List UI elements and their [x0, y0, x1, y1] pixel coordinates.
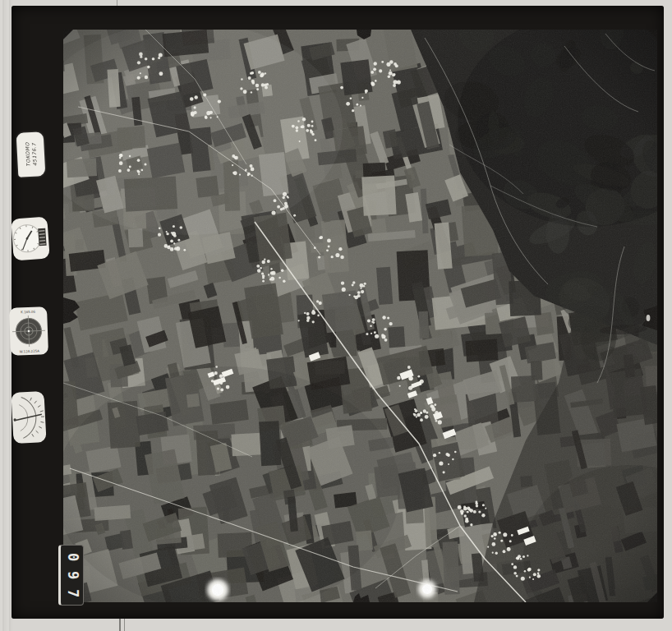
dial-bottom-text: W.12A.225A	[20, 349, 40, 354]
film-scratch	[117, 0, 117, 6]
level-dial-instrument: K.165.06 W.12A.225A	[8, 306, 49, 357]
film-scratch	[119, 619, 121, 631]
clock-face	[10, 214, 51, 262]
clock-instrument	[10, 214, 51, 262]
altimeter-face	[10, 390, 47, 444]
dial-top-text: K.165.06	[21, 310, 36, 315]
frame-counter-digit: 9	[63, 567, 81, 583]
frame-counter-digit: 0	[63, 549, 81, 565]
film-scratch	[124, 619, 125, 631]
aerial-photo-canvas	[63, 30, 657, 602]
frame-counter-digit: 7	[63, 585, 81, 601]
tag-line-2: 45176.7	[30, 142, 37, 166]
scanned-aerial-photo-frame: TOKOMO 45176.7 K.165.06	[0, 0, 672, 631]
altimeter-instrument	[10, 390, 47, 444]
film-id-tag: TOKOMO 45176.7	[16, 131, 46, 177]
level-dial-face: K.165.06 W.12A.225A	[8, 306, 49, 357]
aerial-photo	[63, 30, 657, 602]
frame-counter-digits: 097	[64, 548, 81, 602]
frame-counter: 097	[58, 545, 84, 606]
